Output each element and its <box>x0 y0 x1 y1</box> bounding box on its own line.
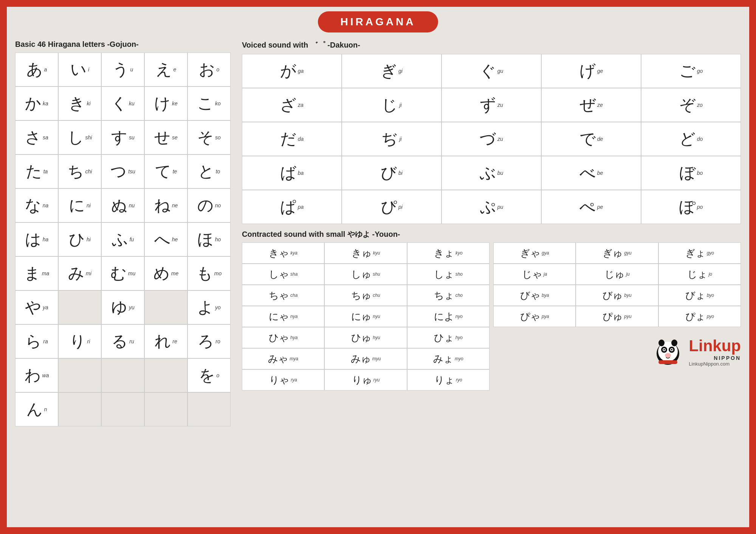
youon-row: ぎゃgyaぎゅgyuぎょgyo <box>493 242 741 264</box>
roman-label: ri <box>87 338 90 344</box>
gojuon-cell: はha <box>15 222 58 256</box>
roman-label: tsu <box>128 168 135 174</box>
kana-char: ゆ <box>111 297 127 318</box>
youon-cell: きゃkya <box>242 242 324 264</box>
gojuon-cell: いi <box>58 52 101 86</box>
kana-char: ぺ <box>579 196 596 218</box>
gojuon-cell: ちchi <box>58 154 101 188</box>
roman-label: pi <box>398 204 403 210</box>
roman-label: ki <box>87 100 90 106</box>
gojuon-cell: ねne <box>144 188 187 222</box>
roman-label: ta <box>43 168 48 174</box>
kana-char: あ <box>26 59 43 80</box>
youon-cell: きょkyo <box>407 242 490 264</box>
roman-label: i <box>88 66 89 73</box>
kana-char: に <box>69 195 85 216</box>
youon-row: りゃryaりゅryuりょryo <box>242 369 490 390</box>
youon-cell: ぴゃpya <box>493 306 576 327</box>
svg-point-7 <box>671 349 672 350</box>
youon-roman: shu <box>373 272 380 277</box>
gojuon-cell: きki <box>58 86 101 120</box>
youon-kana: みゃ <box>268 352 288 366</box>
youon-kana: ちょ <box>434 289 454 302</box>
roman-label: ru <box>129 338 134 344</box>
youon-cell: ぎょgyo <box>658 242 741 264</box>
roman-label: se <box>172 134 178 140</box>
roman-label: zu <box>497 102 503 108</box>
kana-char: ば <box>280 162 296 184</box>
gojuon-grid: あaいiうuえeおoかkaきkiくkuけkeこkoさsaしshiすsuせseそs… <box>15 52 231 426</box>
roman-label: yu <box>129 304 135 310</box>
kana-char: ぜ <box>579 94 596 116</box>
youon-kana: ぎょ <box>685 247 706 260</box>
youon-kana: ぴゃ <box>520 310 541 323</box>
youon-roman: cha <box>290 293 297 298</box>
roman-label: na <box>43 202 49 208</box>
gojuon-cell: すsu <box>101 120 144 154</box>
youon-kana: みゅ <box>351 352 371 366</box>
gojuon-cell: えe <box>144 52 187 86</box>
kana-char: と <box>198 161 214 182</box>
youon-cell: びょbyo <box>658 285 741 306</box>
roman-label: ji <box>399 136 401 142</box>
roman-label: ne <box>172 202 178 208</box>
gojuon-cell: らra <box>15 324 58 358</box>
youon-cell: ひょhyo <box>407 327 490 348</box>
roman-label: gu <box>497 68 503 74</box>
gojuon-cell: ゆyu <box>101 290 144 324</box>
logo-nippon: NIPPON <box>689 355 741 361</box>
dakuon-cell: どdo <box>641 122 741 156</box>
youon-cell: じゅju <box>576 264 658 285</box>
youon-cell: ぴょpyo <box>658 306 741 327</box>
dakuon-cell: べbe <box>541 156 641 190</box>
kana-char: ざ <box>280 94 296 116</box>
youon-roman: nyo <box>455 314 463 319</box>
roman-label: shi <box>85 134 92 140</box>
youon-kana: ひょ <box>434 331 454 344</box>
dakuon-cell: ぽpo <box>641 190 741 224</box>
kana-char: す <box>111 127 127 148</box>
youon-cell: じゃja <box>493 264 576 285</box>
youon-kana: きゃ <box>269 247 289 260</box>
youon-kana: じゅ <box>604 268 625 281</box>
roman-label: gi <box>398 68 403 74</box>
roman-label: u <box>130 66 133 73</box>
gojuon-cell: うu <box>101 52 144 86</box>
kana-char: ぴ <box>381 196 397 218</box>
gojuon-cell <box>58 290 101 324</box>
youon-roman: ju <box>626 272 629 277</box>
youon-roman: myu <box>372 356 381 361</box>
kana-char: び <box>381 162 397 184</box>
youon-roman: rya <box>291 377 297 383</box>
youon-title: Contracted sound with small やゆよ -Youon- <box>242 229 741 239</box>
kana-char: こ <box>197 93 214 114</box>
gojuon-cell: さsa <box>15 120 58 154</box>
kana-char: な <box>25 195 41 216</box>
youon-roman: nyu <box>373 314 380 319</box>
roman-label: no <box>215 202 221 208</box>
youon-kana: にゃ <box>269 310 289 323</box>
roman-label: bi <box>398 170 403 176</box>
youon-cell: ちゃcha <box>242 285 324 306</box>
gojuon-cell: もmo <box>187 256 231 290</box>
kana-char: も <box>197 263 213 284</box>
kana-char: よ <box>197 297 214 318</box>
kana-char: わ <box>25 365 41 386</box>
roman-label: ra <box>43 338 48 344</box>
roman-label: ha <box>43 236 49 242</box>
youon-kana: しょ <box>434 268 454 281</box>
dakuon-cell: げge <box>541 54 641 88</box>
gojuon-cell: るru <box>101 324 144 358</box>
youon-row: びゃbyaびゅbyuびょbyo <box>493 285 741 306</box>
kana-char: ね <box>154 195 170 216</box>
dakuon-cell: ぱpa <box>242 190 342 224</box>
youon-roman: bya <box>542 293 549 298</box>
youon-kana: ぴょ <box>685 310 706 323</box>
kana-char: ず <box>480 94 496 116</box>
youon-roman: sho <box>455 272 463 277</box>
kana-char: み <box>68 263 84 284</box>
youon-kana: ぎゅ <box>603 247 623 260</box>
dakuon-cell: ぎgi <box>342 54 442 88</box>
kana-char: ろ <box>198 331 214 352</box>
youon-roman: pyu <box>624 314 631 319</box>
